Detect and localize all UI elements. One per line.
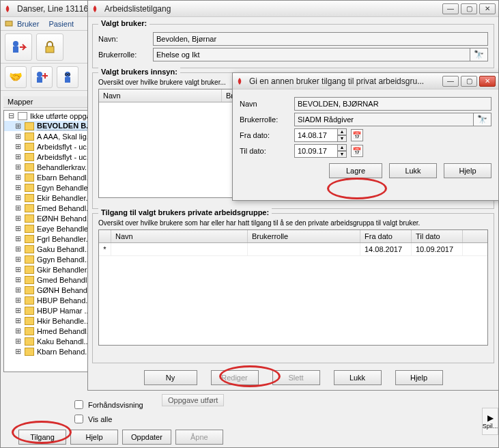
svg-rect-2	[13, 46, 18, 53]
expand-icon[interactable]: ⊞	[14, 234, 22, 243]
svg-point-1	[13, 41, 18, 46]
tree-item-label: Ggyn Behandl...	[37, 255, 91, 264]
tree-item-label: Arbeidsflyt - uc...	[37, 153, 93, 161]
folder-icon	[25, 225, 34, 233]
fra-dato-spinner[interactable]: ▲▼	[337, 128, 347, 142]
spil-panel[interactable]: ▶ Spil...	[482, 408, 498, 435]
expand-icon[interactable]: ⊞	[14, 275, 22, 284]
expand-icon[interactable]: ⊞	[14, 265, 22, 274]
forhandsvisning-input[interactable]	[74, 400, 83, 409]
handshake-icon[interactable]: 🤝	[5, 66, 27, 88]
expand-icon[interactable]: ⊞	[14, 132, 22, 141]
search-user-icon[interactable]: 🔭	[470, 48, 488, 61]
tilgang-button[interactable]: Tilgang	[18, 430, 66, 445]
privat-col-fra[interactable]: Fra dato	[360, 230, 412, 242]
apne-button[interactable]: Åpne	[175, 430, 223, 445]
innsyn-col-navn[interactable]: Navn	[99, 89, 222, 102]
lagre-button[interactable]: Lagre	[329, 163, 382, 178]
play-icon: ▶	[487, 413, 494, 423]
menu-bruker[interactable]: Bruker	[17, 20, 39, 28]
vis-alle-checkbox[interactable]: Vis alle	[72, 412, 496, 425]
folder-icon	[25, 255, 34, 264]
privat-col-rolle[interactable]: Brukerrolle	[248, 230, 360, 242]
folder-icon	[25, 204, 34, 212]
expand-icon[interactable]: ⊞	[14, 316, 22, 325]
expand-icon[interactable]: ⊞	[14, 255, 22, 264]
expand-icon[interactable]: ⊞	[14, 152, 22, 161]
privat-grid[interactable]: Navn Brukerrolle Fra dato Til dato * 14.…	[98, 229, 488, 346]
menu-pasient[interactable]: Pasient	[48, 20, 74, 28]
modal-minimize-button[interactable]: —	[442, 76, 459, 87]
expand-icon[interactable]: ⊞	[14, 337, 22, 346]
til-dato-label: Til dato:	[240, 147, 294, 155]
minimize-button[interactable]: —	[442, 3, 459, 14]
slett-button[interactable]: Slett	[272, 370, 320, 385]
tree-item-label: Fgrl Behandler...	[37, 235, 92, 243]
rediger-button[interactable]: Rediger	[211, 370, 259, 385]
folder-icon	[25, 132, 34, 141]
tree-item-label: EØNH Behand...	[37, 214, 93, 223]
expand-icon[interactable]: ⊞	[14, 296, 22, 305]
tree-item-label: Emed Behandl...	[37, 204, 92, 212]
expand-icon[interactable]: ⊞	[14, 193, 22, 202]
arbeid-hjelp-button[interactable]: Hjelp	[395, 370, 443, 385]
lukk-button[interactable]: Lukk	[334, 370, 382, 385]
expand-icon[interactable]: ⊞	[14, 214, 22, 223]
fra-dato-input[interactable]	[294, 128, 338, 142]
spin-down-icon[interactable]: ▼	[337, 135, 347, 142]
folder-icon	[25, 214, 34, 223]
modal-search-icon[interactable]: 🔭	[474, 113, 491, 126]
close-button[interactable]: ✕	[479, 3, 496, 14]
til-dato-spinner[interactable]: ▲▼	[337, 144, 347, 158]
lock-icon[interactable]	[36, 33, 63, 61]
expand-icon[interactable]: ⊞	[14, 347, 22, 356]
tree-item-label: Kaku Behandl...	[37, 337, 90, 346]
row-navn	[111, 243, 248, 255]
vis-alle-label: Vis alle	[88, 415, 112, 423]
modal-rolle-field: SIADM Rådgiver	[294, 113, 474, 126]
spin-down-icon[interactable]: ▼	[337, 151, 347, 158]
hjelp-button[interactable]: Hjelp	[70, 430, 118, 445]
tree-item-label: Behandlerkrav...	[37, 163, 91, 171]
privat-col-til[interactable]: Til dato	[412, 230, 463, 242]
add-person-icon[interactable]	[31, 66, 53, 88]
table-row[interactable]: * 14.08.2017 10.09.2017	[99, 243, 487, 256]
vis-alle-input[interactable]	[74, 415, 83, 423]
collapse-icon[interactable]: ⊟	[7, 111, 15, 120]
forhandsvisning-label: Forhåndsvisning	[88, 401, 143, 409]
expand-icon[interactable]: ⊞	[14, 244, 22, 253]
expand-icon[interactable]: ⊞	[14, 204, 22, 212]
tree-item-label: Gmed Behandl...	[37, 276, 94, 284]
person-glasses-icon[interactable]	[57, 66, 79, 88]
forhandsvisning-checkbox[interactable]: Forhåndsvisning	[72, 398, 496, 411]
til-dato-input[interactable]	[294, 144, 338, 158]
ny-button[interactable]: Ny	[144, 370, 197, 385]
oppdater-button[interactable]: Oppdater	[122, 430, 171, 445]
expand-icon[interactable]: ⊞	[14, 285, 22, 294]
fra-calendar-icon[interactable]: 📅	[351, 129, 363, 141]
modal-hjelp-button[interactable]: Hjelp	[444, 163, 491, 178]
folder-icon	[25, 235, 34, 243]
expand-icon[interactable]: ⊞	[14, 142, 22, 151]
folder-icon	[25, 276, 34, 284]
row-selector-col[interactable]	[99, 230, 111, 242]
privat-col-navn[interactable]: Navn	[111, 230, 248, 242]
expand-icon[interactable]: ⊞	[14, 183, 22, 192]
maximize-button[interactable]: ▢	[461, 3, 477, 14]
expand-icon[interactable]: ⊞	[14, 326, 22, 335]
arbeid-titlebar: Arbeidslistetilgang — ▢ ✕	[88, 1, 498, 17]
modal-close-button[interactable]: ✕	[479, 76, 496, 87]
expand-icon[interactable]: ⊞	[14, 306, 22, 315]
spin-up-icon[interactable]: ▲	[337, 144, 347, 151]
til-calendar-icon[interactable]: 📅	[351, 145, 363, 157]
expand-icon[interactable]: ⊞	[14, 163, 22, 171]
modal-lukk-button[interactable]: Lukk	[389, 163, 437, 178]
tree-item-label: Ekir Behandler...	[37, 194, 92, 202]
spin-up-icon[interactable]: ▲	[337, 128, 347, 135]
expand-icon[interactable]: ⊞	[14, 224, 22, 233]
folder-icon	[25, 194, 34, 202]
expand-icon[interactable]: ⊞	[14, 173, 22, 182]
expand-icon[interactable]: ⊞	[14, 122, 22, 130]
modal-maximize-button[interactable]: ▢	[461, 76, 477, 87]
person-arrow-icon[interactable]	[5, 33, 32, 61]
